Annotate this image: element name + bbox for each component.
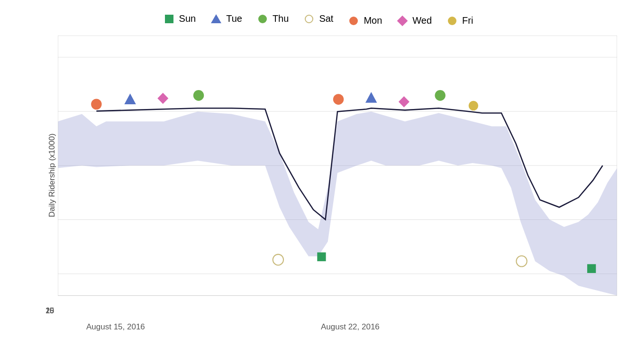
legend-label-fri: Fri: [462, 15, 473, 26]
thu-week2-point: [435, 90, 445, 101]
mon-week2-point: [333, 94, 344, 105]
legend-label-sat: Sat: [319, 13, 333, 24]
legend-item-sun: Sun: [164, 11, 196, 26]
wed-week2-point: [399, 96, 410, 107]
legend-item-sat: Sat: [304, 11, 333, 26]
chart-container: Sun Tue Thu Sat: [10, 7, 627, 357]
legend-item-thu: Thu: [257, 11, 289, 26]
y-tick-25: 25: [46, 307, 54, 315]
mon-icon: [348, 16, 359, 26]
thu-week1-point: [193, 90, 204, 101]
fri-week2-point: [469, 101, 478, 111]
wed-icon: [397, 16, 408, 26]
plot-area: August 15, 2016 August 22, 2016: [58, 36, 617, 315]
tue-icon: [211, 14, 221, 24]
legend-item-mon: Mon: [348, 15, 382, 26]
sun-week1-point: [317, 253, 326, 262]
chart-legend: Sun Tue Thu Sat: [10, 7, 627, 36]
sun-icon: [164, 14, 174, 24]
sat-week2-point: [516, 256, 527, 267]
thu-icon: [257, 14, 268, 24]
tue-week1-point: [124, 93, 136, 104]
legend-item-tue: Tue: [211, 11, 242, 26]
legend-item-wed: Wed: [397, 15, 432, 26]
svg-marker-6: [58, 111, 617, 295]
legend-row-1: Sun Tue Thu Sat: [164, 11, 334, 26]
legend-label-tue: Tue: [226, 13, 242, 24]
x-label-aug22: August 22, 2016: [321, 322, 380, 332]
chart-body: Daily Ridership (x1000) 5 10 15 20 25: [10, 36, 627, 315]
y-axis-label: Daily Ridership (x1000): [47, 134, 57, 218]
y-axis: Daily Ridership (x1000) 5 10 15 20 25: [15, 36, 58, 315]
sat-week1-point: [273, 255, 283, 265]
legend-item-fri: Fri: [447, 15, 473, 26]
legend-label-wed: Wed: [412, 15, 432, 26]
sat-icon: [304, 14, 314, 24]
chart-svg: [58, 36, 617, 315]
fri-icon: [447, 16, 457, 26]
legend-label-thu: Thu: [273, 13, 289, 24]
tue-week2-point: [365, 92, 377, 103]
legend-row-2: Mon Wed Fri: [348, 15, 473, 26]
mon-week1-point: [91, 99, 101, 110]
legend-label-sun: Sun: [179, 13, 196, 24]
legend-label-mon: Mon: [364, 15, 382, 26]
sun-week2-point: [587, 264, 596, 273]
wed-week1-point: [157, 93, 168, 104]
x-label-aug15: August 15, 2016: [86, 322, 145, 332]
